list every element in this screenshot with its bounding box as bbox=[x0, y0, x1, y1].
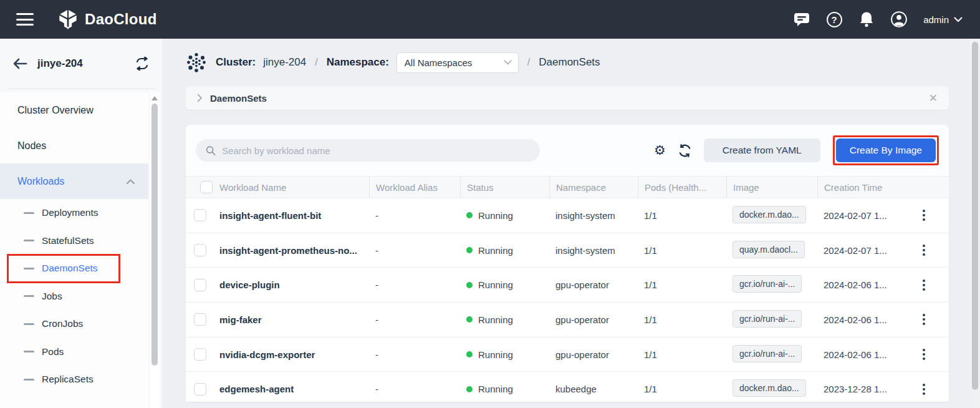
pods-health-value: 1/1 bbox=[638, 314, 726, 325]
chevron-up-icon bbox=[127, 179, 135, 184]
gear-icon[interactable]: ⚙ bbox=[654, 144, 666, 157]
sidebar-item-jobs[interactable]: Jobs bbox=[0, 283, 148, 311]
sidebar-item-nodes[interactable]: Nodes bbox=[0, 128, 148, 163]
namespace-select[interactable]: All Namespaces bbox=[396, 52, 519, 73]
help-icon[interactable]: ? bbox=[826, 11, 842, 27]
chevron-right-icon[interactable] bbox=[197, 94, 203, 102]
create-from-yaml-button[interactable]: Create from YAML bbox=[704, 138, 820, 162]
row-actions-kebab-icon[interactable] bbox=[920, 207, 928, 223]
search-box[interactable] bbox=[196, 139, 540, 162]
image-cell: docker.m.dao... bbox=[726, 379, 817, 399]
close-icon[interactable]: ✕ bbox=[929, 93, 938, 104]
creation-time: 2024-02-07 1... bbox=[817, 245, 906, 256]
image-chip[interactable]: gcr.io/run-ai-... bbox=[733, 310, 802, 328]
image-chip[interactable]: gcr.io/run-ai-... bbox=[733, 345, 802, 362]
daemonsets-tab-bar[interactable]: DaemonSets ✕ bbox=[186, 86, 949, 110]
sidebar-item-label: ReplicaSets bbox=[42, 374, 94, 385]
sidebar-item-label: DaemonSets bbox=[42, 263, 98, 274]
row-actions-kebab-icon[interactable] bbox=[920, 242, 928, 258]
row-checkbox[interactable] bbox=[194, 383, 206, 396]
image-cell: gcr.io/run-ai-... bbox=[726, 275, 817, 294]
column-header: Status bbox=[460, 177, 549, 198]
status-text: Running bbox=[478, 384, 513, 394]
select-all-checkbox[interactable] bbox=[200, 181, 213, 193]
sidebar-item-pods[interactable]: Pods bbox=[0, 338, 148, 366]
sidebar-item-replicasets[interactable]: ReplicaSets bbox=[0, 366, 148, 394]
status-badge: Running bbox=[460, 349, 549, 360]
row-checkbox[interactable] bbox=[194, 209, 206, 221]
namespace-value: insight-system bbox=[549, 210, 638, 221]
brand-name: DaoCloud bbox=[85, 11, 157, 28]
main-content: Cluster: jinye-204 / Namespace: All Name… bbox=[162, 39, 965, 408]
cluster-label: Cluster: bbox=[216, 56, 256, 69]
row-checkbox[interactable] bbox=[194, 348, 206, 361]
sidebar-item-cluster-overview[interactable]: Cluster Overview bbox=[0, 92, 148, 128]
hamburger-icon[interactable] bbox=[16, 13, 34, 26]
breadcrumb-separator: / bbox=[527, 57, 530, 68]
table-row: nvidia-dcgm-exporter-Runninggpu-operator… bbox=[186, 338, 949, 372]
sidebar-item-deployments[interactable]: Deployments bbox=[0, 199, 148, 227]
refresh-icon[interactable] bbox=[678, 144, 691, 157]
image-chip[interactable]: docker.m.dao... bbox=[733, 206, 806, 223]
dash-icon bbox=[24, 323, 34, 325]
chevron-down-icon bbox=[504, 60, 512, 65]
pods-health-value: 1/1 bbox=[638, 210, 726, 221]
table-row: insight-agent-prometheus-no...-Runningin… bbox=[186, 233, 949, 268]
sidebar-item-statefulsets[interactable]: StatefulSets bbox=[0, 227, 148, 255]
cluster-dots-icon bbox=[186, 52, 207, 73]
namespace-value: gpu-operator bbox=[549, 349, 638, 360]
workload-name-link[interactable]: insight-agent-fluent-bit bbox=[213, 210, 369, 221]
scrollbar-thumb[interactable] bbox=[151, 104, 158, 366]
cluster-value[interactable]: jinye-204 bbox=[263, 56, 306, 69]
dash-icon bbox=[24, 212, 34, 214]
breadcrumb: Cluster: jinye-204 / Namespace: All Name… bbox=[162, 39, 965, 86]
row-actions-kebab-icon[interactable] bbox=[920, 346, 928, 362]
pods-health-value: 1/1 bbox=[638, 245, 726, 256]
workload-name-link[interactable]: edgemesh-agent bbox=[213, 384, 369, 394]
switch-cluster-icon[interactable] bbox=[135, 57, 150, 70]
status-badge: Running bbox=[460, 245, 549, 256]
workload-alias: - bbox=[369, 349, 460, 360]
avatar-icon[interactable] bbox=[891, 11, 907, 27]
back-arrow-icon[interactable] bbox=[12, 57, 27, 70]
dash-icon bbox=[24, 351, 34, 352]
bell-icon[interactable] bbox=[858, 11, 875, 27]
image-chip[interactable]: gcr.io/run-ai-... bbox=[733, 275, 802, 293]
status-dot-icon bbox=[466, 247, 473, 253]
sidebar: jinye-204 Cluster OverviewNodesWorkloads… bbox=[0, 39, 162, 408]
workload-name-link[interactable]: device-plugin bbox=[213, 279, 369, 290]
row-checkbox[interactable] bbox=[194, 279, 206, 291]
row-actions-kebab-icon[interactable] bbox=[920, 381, 928, 397]
scroll-up-icon[interactable] bbox=[151, 96, 158, 100]
column-header: Namespace bbox=[549, 177, 638, 198]
status-dot-icon bbox=[466, 212, 473, 218]
page-scrollbar-thumb[interactable] bbox=[972, 42, 978, 390]
user-menu[interactable]: admin bbox=[923, 14, 963, 25]
sidebar-item-daemonsets[interactable]: DaemonSets bbox=[7, 255, 120, 283]
create-by-image-button[interactable]: Create By Image bbox=[836, 138, 936, 162]
sidebar-item-label: Pods bbox=[42, 346, 64, 357]
dash-icon bbox=[24, 379, 34, 381]
sidebar-item-label: CronJobs bbox=[42, 318, 83, 329]
workload-alias: - bbox=[369, 210, 460, 221]
status-text: Running bbox=[478, 279, 513, 290]
table-row: insight-agent-fluent-bit-Runninginsight-… bbox=[186, 198, 949, 233]
sidebar-item-workloads[interactable]: Workloads bbox=[0, 163, 148, 199]
page-scrollbar[interactable] bbox=[970, 39, 980, 408]
namespace-value: insight-system bbox=[549, 245, 638, 256]
row-checkbox[interactable] bbox=[194, 313, 206, 326]
image-chip[interactable]: docker.m.dao... bbox=[733, 379, 806, 397]
chat-icon[interactable] bbox=[794, 11, 810, 27]
status-badge: Running bbox=[460, 314, 549, 325]
workload-name-link[interactable]: mig-faker bbox=[213, 314, 369, 325]
workload-name-link[interactable]: nvidia-dcgm-exporter bbox=[213, 349, 369, 360]
row-checkbox[interactable] bbox=[194, 244, 206, 256]
sidebar-menu: Cluster OverviewNodesWorkloadsDeployment… bbox=[0, 92, 148, 408]
workload-name-link[interactable]: insight-agent-prometheus-no... bbox=[213, 245, 369, 256]
sidebar-scrollbar[interactable] bbox=[150, 92, 160, 408]
search-input[interactable] bbox=[222, 145, 530, 156]
sidebar-item-cronjobs[interactable]: CronJobs bbox=[0, 310, 148, 338]
image-chip[interactable]: quay.m.daocl... bbox=[733, 241, 805, 258]
row-actions-kebab-icon[interactable] bbox=[920, 311, 928, 328]
row-actions-kebab-icon[interactable] bbox=[920, 277, 928, 293]
